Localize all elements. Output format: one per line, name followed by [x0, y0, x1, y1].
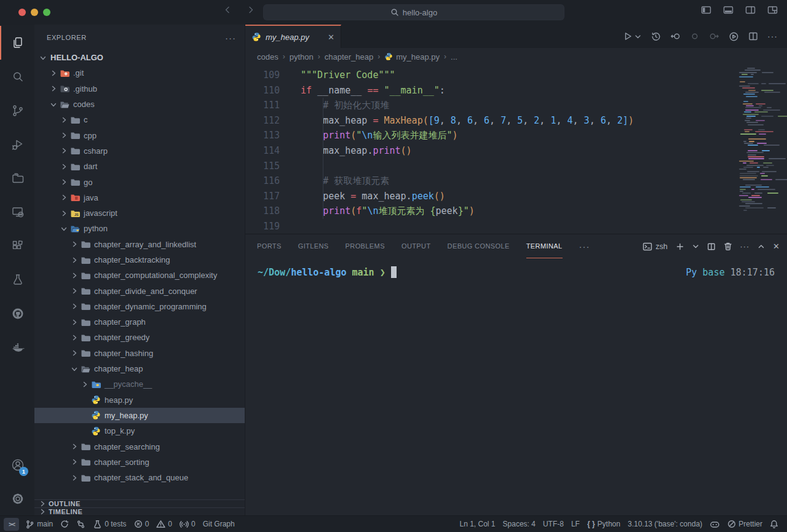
status-item-errors[interactable]: 0: [130, 518, 153, 531]
activity-item-docker[interactable]: [0, 330, 34, 364]
code-line-110[interactable]: 110if __name__ == "__main__":: [245, 83, 787, 98]
next-change-button[interactable]: [709, 31, 719, 41]
new-terminal-button[interactable]: [676, 242, 684, 251]
previous-change-button[interactable]: [670, 31, 681, 41]
tree-item-chapter-divide-and-conquer[interactable]: chapter_divide_and_conquer: [34, 283, 245, 298]
tree-item--pycache-[interactable]: __pycache__: [34, 376, 245, 392]
breadcrumb-item--[interactable]: ...: [451, 52, 457, 62]
code-line-116[interactable]: 116 # 获取堆顶元素: [245, 173, 787, 189]
status-item-cursor-position[interactable]: Ln 1, Col 1: [456, 518, 499, 531]
split-terminal-button[interactable]: [707, 242, 716, 251]
terminal[interactable]: ~/Dow/hello-algo main ❯ Py base 18:17:16: [245, 258, 787, 515]
code-line-113[interactable]: 113 print("\n输入列表并建堆后"): [245, 128, 787, 143]
tree-item-chapter-heap[interactable]: chapter_heap: [34, 361, 245, 376]
tree-item-csharp[interactable]: csharp: [34, 143, 245, 159]
tree-item-chapter-greedy[interactable]: chapter_greedy: [34, 330, 245, 345]
panel-tab-output[interactable]: OUTPUT: [401, 234, 431, 258]
code-line-119[interactable]: 119: [245, 219, 787, 234]
activity-item-explorer[interactable]: [0, 26, 34, 60]
tree-item-dart[interactable]: dart: [34, 159, 245, 174]
navigate-back-icon[interactable]: [223, 5, 236, 20]
run-python-file-button[interactable]: [623, 31, 641, 41]
panel-tab-gitlens[interactable]: GITLENS: [298, 234, 329, 258]
more-actions-button[interactable]: ···: [767, 31, 778, 41]
status-item-remote-indicator[interactable]: ><: [4, 518, 19, 531]
code-line-117[interactable]: 117 peek = max_heap.peek(): [245, 189, 787, 204]
more-terminal-actions-button[interactable]: ···: [740, 242, 750, 251]
tree-item-cpp[interactable]: cpp: [34, 127, 245, 143]
activity-item-extensions[interactable]: [0, 229, 34, 263]
status-item-encoding[interactable]: UTF-8: [539, 518, 568, 531]
status-item-copilot-status[interactable]: [706, 518, 724, 531]
status-item-indentation[interactable]: Spaces: 4: [499, 518, 539, 531]
status-item-prettier-status[interactable]: Prettier: [724, 518, 766, 531]
tree-item-heap-py[interactable]: heap.py: [34, 392, 245, 408]
status-item-git-graph[interactable]: Git Graph: [199, 518, 239, 531]
tree-item-chapter-graph[interactable]: chapter_graph: [34, 314, 245, 330]
status-item-ports-status[interactable]: 0: [176, 518, 199, 531]
status-item-git-sync[interactable]: [57, 518, 73, 531]
toggle-sidebar-icon[interactable]: [701, 5, 713, 20]
tree-item-chapter-array-and-linkedlist[interactable]: chapter_array_and_linkedlist: [34, 237, 245, 252]
activity-item-github[interactable]: [0, 296, 34, 330]
tree-item-go[interactable]: go: [34, 174, 245, 189]
status-item-python-interpreter[interactable]: 3.10.13 ('base': conda): [624, 518, 706, 531]
code-line-112[interactable]: 112 max_heap = MaxHeap([9, 8, 6, 6, 7, 5…: [245, 113, 787, 129]
tree-item-chapter-dynamic-programming[interactable]: chapter_dynamic_programming: [34, 299, 245, 314]
tree-item-chapter-computational-complexity[interactable]: chapter_computational_complexity: [34, 268, 245, 283]
activity-item-run-and-debug[interactable]: [0, 127, 34, 161]
tree-item-java[interactable]: java: [34, 190, 245, 205]
maximize-panel-button[interactable]: [757, 243, 765, 250]
change-circle-button[interactable]: [690, 31, 700, 41]
breadcrumb-item-chapter-heap[interactable]: chapter_heap: [325, 52, 374, 62]
command-center-search[interactable]: hello-algo: [263, 4, 564, 20]
code-editor[interactable]: 109"""Driver Code"""110if __name__ == "_…: [245, 65, 787, 234]
terminal-dropdown-button[interactable]: [692, 243, 699, 250]
close-window-button[interactable]: [18, 9, 26, 16]
toggle-panel-icon[interactable]: [723, 5, 735, 20]
activity-item-testing[interactable]: [0, 263, 34, 296]
toggle-secondary-sidebar-icon[interactable]: [745, 5, 757, 20]
code-line-118[interactable]: 118 print(f"\n堆顶元素为 {peek}"): [245, 204, 787, 219]
code-line-109[interactable]: 109"""Driver Code""": [245, 68, 787, 83]
section-outline[interactable]: OUTLINE: [34, 499, 245, 507]
tree-item--git[interactable]: .git: [34, 65, 245, 81]
tab-my-heap[interactable]: my_heap.py ✕: [245, 25, 341, 48]
status-item-notifications[interactable]: [766, 518, 782, 531]
tree-root-hello-algo[interactable]: HELLO-ALGO: [34, 50, 245, 65]
status-item-warnings[interactable]: 0: [152, 518, 176, 531]
activity-item-project-folders[interactable]: [0, 161, 34, 195]
tree-item-my-heap-py[interactable]: my_heap.py: [34, 408, 245, 423]
status-item-tests-status[interactable]: 0 tests: [89, 518, 130, 531]
explorer-more-actions-button[interactable]: ···: [225, 33, 236, 43]
code-line-115[interactable]: 115: [245, 159, 787, 174]
panel-tab-terminal[interactable]: TERMINAL: [526, 234, 563, 258]
panel-tab-debug-console[interactable]: DEBUG CONSOLE: [448, 234, 510, 258]
minimize-window-button[interactable]: [31, 9, 38, 16]
tree-item-chapter-sorting[interactable]: chapter_sorting: [34, 455, 245, 470]
timeline-history-button[interactable]: [651, 31, 661, 42]
close-tab-icon[interactable]: ✕: [328, 33, 334, 42]
section-timeline[interactable]: TIMELINE: [34, 507, 245, 515]
tree-item-chapter-searching[interactable]: chapter_searching: [34, 439, 245, 454]
status-item-eol-sequence[interactable]: LF: [568, 518, 583, 531]
tree-item-javascript[interactable]: JSjavascript: [34, 205, 245, 221]
breadcrumb-item-codes[interactable]: codes: [257, 52, 279, 62]
shell-selector[interactable]: zsh: [643, 242, 667, 252]
tree-item-c[interactable]: c: [34, 112, 245, 127]
tree-item-python[interactable]: python: [34, 221, 245, 236]
tree-item--github[interactable]: .github: [34, 81, 245, 97]
status-item-gitlens-compare[interactable]: [73, 518, 89, 531]
navigate-forward-icon[interactable]: [246, 5, 259, 20]
activity-item-remote-explorer[interactable]: [0, 195, 34, 229]
run-or-debug-button[interactable]: [729, 31, 739, 42]
breadcrumb-item-python[interactable]: python: [290, 52, 314, 62]
split-editor-button[interactable]: [748, 31, 758, 41]
activity-item-source-control[interactable]: [0, 93, 34, 127]
customize-layout-icon[interactable]: [767, 5, 780, 20]
tree-item-codes[interactable]: codes: [34, 97, 245, 112]
status-item-git-branch[interactable]: main: [22, 518, 57, 531]
minimap[interactable]: [739, 68, 785, 213]
activity-item-search[interactable]: [0, 60, 34, 93]
breadcrumb-item-my-heap-py[interactable]: my_heap.py: [384, 52, 440, 62]
